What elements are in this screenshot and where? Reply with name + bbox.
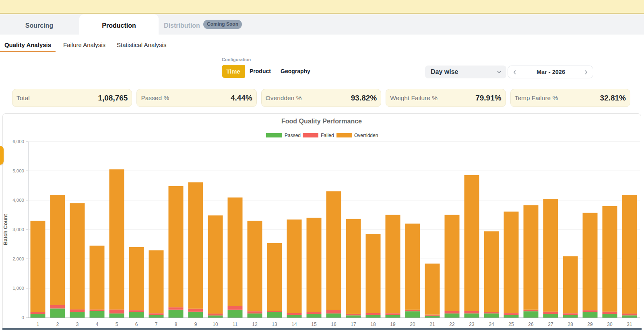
svg-text:21: 21 [429,322,435,327]
svg-text:9: 9 [194,322,197,327]
svg-text:24: 24 [489,322,494,327]
svg-text:1: 1 [37,322,39,327]
svg-text:3,000: 3,000 [12,227,24,232]
svg-text:8: 8 [175,322,178,327]
svg-text:Batch Count: Batch Count [3,214,8,245]
svg-text:13: 13 [272,322,277,327]
svg-text:3: 3 [76,322,79,327]
svg-text:12: 12 [252,322,258,327]
svg-text:1,000: 1,000 [12,286,24,291]
svg-text:Passed: Passed [285,133,301,138]
svg-text:5: 5 [116,322,118,327]
svg-text:25: 25 [508,322,514,327]
svg-text:22: 22 [449,322,455,327]
svg-text:28: 28 [568,322,573,327]
svg-text:23: 23 [469,322,475,327]
svg-text:2,000: 2,000 [12,256,24,261]
svg-text:4,000: 4,000 [12,198,24,203]
svg-text:6: 6 [135,322,138,327]
svg-text:2: 2 [56,322,59,327]
svg-text:10: 10 [213,322,218,327]
svg-text:17: 17 [351,322,356,327]
svg-text:Failed: Failed [321,133,334,138]
svg-text:11: 11 [233,322,238,327]
svg-text:30: 30 [607,322,613,327]
svg-text:14: 14 [291,322,297,327]
svg-text:Overridden: Overridden [354,133,378,138]
svg-text:5,000: 5,000 [12,168,24,173]
svg-text:31: 31 [627,322,632,327]
svg-text:4: 4 [96,322,99,327]
svg-text:29: 29 [587,322,593,327]
svg-text:18: 18 [370,322,376,327]
svg-text:27: 27 [548,322,553,327]
svg-text:16: 16 [331,322,336,327]
svg-text:20: 20 [410,322,415,327]
svg-text:7: 7 [155,322,158,327]
svg-text:19: 19 [390,322,396,327]
svg-text:6,000: 6,000 [12,139,24,144]
svg-text:15: 15 [311,322,317,327]
svg-text:26: 26 [528,322,534,327]
svg-text:0: 0 [22,315,24,320]
svg-text:Food Quality Performance: Food Quality Performance [281,118,362,125]
